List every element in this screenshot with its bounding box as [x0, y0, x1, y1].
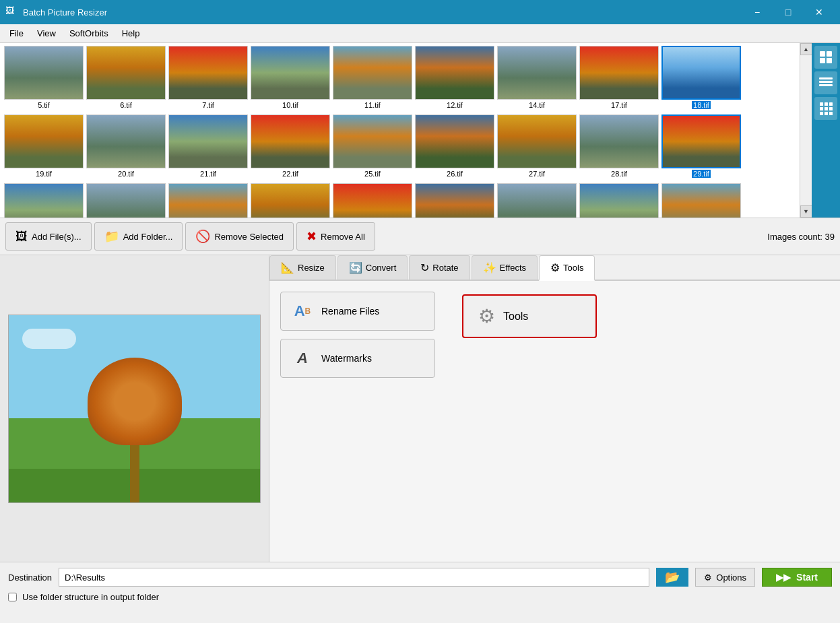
list-item[interactable]: 26.tif: [415, 114, 494, 178]
list-item[interactable]: 17.tif: [579, 46, 659, 109]
menu-help[interactable]: Help: [115, 26, 147, 41]
svg-rect-14: [825, 112, 828, 115]
thumbnail: [497, 183, 577, 218]
tools-main-button[interactable]: ⚙ Tools: [462, 294, 597, 338]
tab-rotate[interactable]: ↻ Rotate: [409, 255, 470, 280]
thumbnail: [333, 183, 412, 218]
list-item[interactable]: 39.tif: [497, 183, 577, 218]
menu-view[interactable]: View: [30, 26, 63, 41]
list-item[interactable]: 14.tif: [497, 46, 577, 109]
thumbnail: [415, 183, 494, 218]
thumbnail: [661, 183, 741, 218]
list-item[interactable]: 29.tif: [661, 114, 741, 178]
list-item[interactable]: 22.tif: [251, 114, 330, 178]
remove-all-button[interactable]: ✖ Remove All: [296, 222, 375, 251]
menubar: File View SoftOrbits Help: [0, 24, 840, 43]
resize-icon: 📐: [281, 261, 294, 274]
destination-input[interactable]: [59, 568, 649, 587]
remove-selected-button[interactable]: 🚫 Remove Selected: [185, 222, 294, 251]
thumbnail: [251, 114, 330, 168]
thumbnail-view-button[interactable]: [814, 46, 837, 69]
list-item[interactable]: 40.tif: [579, 183, 659, 218]
thumbnail: [333, 46, 412, 100]
thumbnail: [86, 183, 166, 218]
svg-rect-1: [827, 51, 832, 57]
rename-files-button[interactable]: AB Rename Files: [280, 292, 435, 331]
scroll-up-button[interactable]: ▲: [800, 43, 812, 55]
image-row-1: 5.tif 6.tif 7.tif 10.tif 11.tif 12.tif: [0, 43, 800, 112]
svg-rect-5: [819, 81, 833, 83]
scroll-down-button[interactable]: ▼: [800, 205, 812, 218]
list-item[interactable]: 38.tif: [415, 183, 494, 218]
list-view-button[interactable]: [814, 71, 837, 94]
menu-softorbits[interactable]: SoftOrbits: [63, 26, 115, 41]
list-item[interactable]: 12.tif: [415, 46, 494, 109]
list-item[interactable]: 7.tif: [168, 46, 248, 109]
image-strip-scrollbar[interactable]: ▲ ▼: [800, 43, 812, 218]
list-item[interactable]: 6.tif: [86, 46, 166, 109]
tree-canopy: [88, 358, 182, 445]
svg-rect-8: [825, 102, 828, 106]
add-folder-button[interactable]: 📁 Add Folder...: [94, 222, 183, 251]
tab-effects[interactable]: ✨ Effects: [472, 255, 538, 280]
list-item[interactable]: 21.tif: [168, 114, 248, 178]
menu-file[interactable]: File: [3, 26, 30, 41]
tab-resize[interactable]: 📐 Resize: [269, 255, 336, 280]
grid-view-button[interactable]: [814, 97, 837, 120]
gear-options-icon: ⚙: [704, 572, 712, 583]
rename-icon: AB: [292, 300, 313, 322]
action-buttons: AB Rename Files A Watermarks: [280, 292, 435, 378]
image-filename: 25.tif: [364, 170, 381, 178]
minimize-button[interactable]: −: [742, 0, 773, 24]
image-filename: 27.tif: [529, 170, 545, 178]
image-filename: 20.tif: [118, 170, 134, 178]
thumbnail: [497, 114, 577, 168]
list-item[interactable]: 30.tif: [4, 183, 84, 218]
rename-files-label: Rename Files: [321, 306, 379, 317]
list-item[interactable]: 28.tif: [579, 114, 659, 178]
tab-effects-label: Effects: [500, 263, 527, 273]
tab-convert[interactable]: 🔄 Convert: [337, 255, 408, 280]
image-filename: 29.tif: [692, 170, 711, 178]
tab-tools[interactable]: ⚙ Tools: [539, 255, 595, 281]
close-button[interactable]: ✕: [804, 0, 835, 24]
thumbnail: [579, 46, 659, 100]
list-item[interactable]: 25.tif: [333, 114, 412, 178]
options-button[interactable]: ⚙ Options: [695, 568, 755, 587]
list-item[interactable]: 35.tif: [251, 183, 330, 218]
remove-selected-icon: 🚫: [195, 229, 210, 244]
list-item[interactable]: 20.tif: [86, 114, 166, 178]
thumbnail: [333, 114, 412, 168]
svg-rect-13: [820, 112, 823, 115]
watermarks-button[interactable]: A Watermarks: [280, 339, 435, 378]
image-filename: 17.tif: [611, 101, 627, 109]
image-filename: 22.tif: [282, 170, 298, 178]
list-item[interactable]: 19.tif: [4, 114, 84, 178]
list-item[interactable]: 37.tif: [333, 183, 412, 218]
start-button[interactable]: ▶▶ Start: [762, 568, 832, 587]
tools-tab-icon: ⚙: [550, 261, 560, 274]
tree-trunk: [130, 442, 139, 502]
list-item[interactable]: 11.tif: [333, 46, 412, 109]
list-item[interactable]: 33.tif: [168, 183, 248, 218]
image-row-2: 19.tif 20.tif 21.tif 22.tif 25.tif 26.ti…: [0, 112, 800, 181]
maximize-button[interactable]: □: [773, 0, 804, 24]
add-files-button[interactable]: 🖼 Add File(s)...: [5, 222, 92, 251]
list-item[interactable]: 5.tif: [4, 46, 84, 109]
cloud: [22, 329, 76, 349]
checkbox-row: Use folder structure in output folder: [8, 592, 832, 602]
svg-rect-12: [829, 107, 833, 110]
browse-button[interactable]: 📂: [656, 568, 688, 587]
list-item[interactable]: 27.tif: [497, 114, 577, 178]
image-filename: 10.tif: [282, 101, 298, 109]
list-item[interactable]: 10.tif: [251, 46, 330, 109]
add-files-icon: 🖼: [15, 230, 28, 244]
list-item[interactable]: 32.tif: [86, 183, 166, 218]
image-filename: 28.tif: [611, 170, 627, 178]
list-item[interactable]: autumn lake.tif: [661, 183, 741, 218]
main-area: 📐 Resize 🔄 Convert ↻ Rotate ✨ Effects ⚙ …: [0, 255, 840, 562]
watermarks-label: Watermarks: [321, 353, 372, 364]
folder-structure-checkbox[interactable]: [8, 593, 17, 601]
list-item[interactable]: 18.tif: [661, 46, 741, 109]
image-filename: 18.tif: [692, 101, 711, 109]
